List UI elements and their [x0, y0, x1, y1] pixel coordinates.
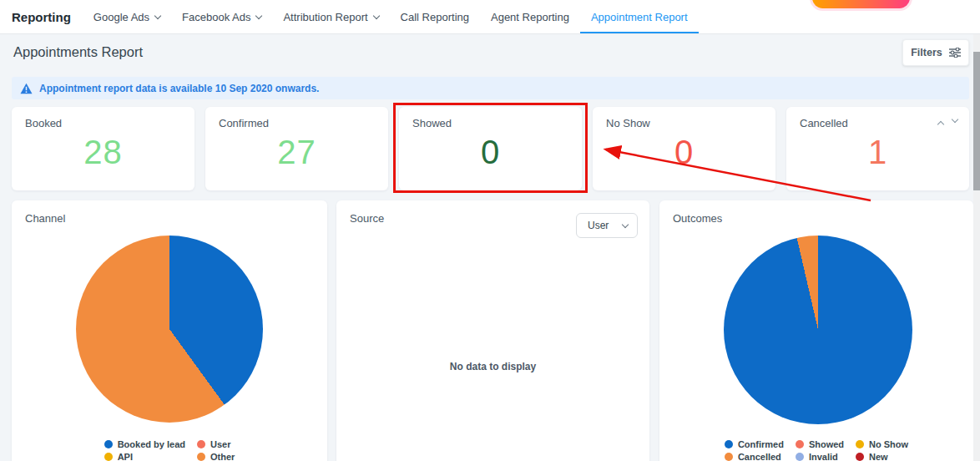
legend-label: No Show [869, 439, 908, 449]
info-banner-text: Appointment report data is available 10 … [39, 83, 319, 94]
outcomes-pie-chart[interactable] [724, 236, 912, 424]
nav-item-google-ads[interactable]: Google Ads [83, 0, 171, 33]
legend-label: Confirmed [738, 439, 784, 449]
legend-item-no-show[interactable]: No Show [856, 439, 908, 449]
chevron-up-icon[interactable] [937, 121, 944, 128]
chart-legend: Booked by leadAPIUserOther [12, 439, 327, 461]
stat-label: No Show [593, 107, 775, 129]
legend-item-new[interactable]: New [856, 452, 908, 461]
gradient-action-button[interactable] [812, 0, 910, 8]
appointment-report-page: Reporting Google Ads Facebook Ads Attrib… [0, 0, 980, 461]
legend-dot [856, 453, 864, 461]
nav-item-call-reporting[interactable]: Call Reporting [390, 0, 480, 33]
legend-label: New [869, 452, 888, 461]
legend-dot [725, 440, 733, 448]
legend-label: User [210, 439, 230, 449]
legend-label: Showed [809, 439, 844, 449]
stat-card-confirmed[interactable]: Confirmed 27 [205, 107, 388, 190]
legend-item-invalid[interactable]: Invalid [796, 452, 844, 461]
nav-item-facebook-ads[interactable]: Facebook Ads [171, 0, 272, 33]
legend-dot [725, 453, 733, 461]
app-brand: Reporting [12, 10, 71, 24]
stat-card-booked[interactable]: Booked 28 [12, 107, 194, 190]
stat-value: 0 [593, 134, 775, 171]
legend-item-confirmed[interactable]: Confirmed [725, 439, 784, 449]
nav-item-label: Appointment Report [591, 11, 688, 23]
nav-item-label: Facebook Ads [182, 11, 250, 23]
nav-items: Google Ads Facebook Ads Attribution Repo… [83, 0, 699, 33]
chevron-down-icon [372, 12, 379, 18]
stat-card-no-show[interactable]: No Show 0 [593, 107, 775, 190]
chart-title: Channel [12, 200, 327, 225]
legend-item-showed[interactable]: Showed [796, 439, 844, 449]
legend-label: Booked by lead [118, 439, 185, 449]
legend-label: Other [210, 452, 235, 461]
chevron-down-icon [154, 12, 161, 18]
outcomes-chart-card: Outcomes ConfirmedCancelledShowedInvalid… [659, 200, 973, 461]
channel-chart-card: Channel Booked by leadAPIUserOther [12, 200, 327, 461]
source-chart-card: Source User No data to display [336, 200, 649, 461]
stat-card-cancelled[interactable]: Cancelled 1 [786, 107, 969, 190]
channel-pie-chart[interactable] [76, 236, 263, 423]
stat-label: Showed [399, 107, 582, 129]
dropdown-value: User [588, 220, 609, 231]
stat-card-showed[interactable]: Showed 0 [399, 107, 582, 190]
legend-item-booked-by-lead[interactable]: Booked by lead [104, 439, 185, 449]
legend-dot [796, 453, 804, 461]
warning-icon [20, 83, 33, 94]
stat-value: 1 [786, 134, 969, 171]
chart-legend: ConfirmedCancelledShowedInvalidNo ShowNe… [659, 439, 973, 461]
page-title: Appointments Report [13, 44, 143, 60]
legend-dot [197, 453, 205, 461]
legend-label: API [118, 452, 133, 461]
legend-dot [796, 440, 804, 448]
nav-item-label: Agent Reporting [491, 11, 569, 23]
nav-item-attribution-report[interactable]: Attribution Report [272, 0, 389, 33]
legend-label: Cancelled [738, 452, 781, 461]
chart-title: Outcomes [659, 200, 973, 225]
legend-dot [104, 453, 113, 461]
stats-row: Booked 28 Confirmed 27 Showed 0 No Show … [12, 107, 969, 190]
stat-label: Booked [12, 107, 194, 129]
legend-dot [104, 440, 113, 448]
scrollbar-track[interactable] [973, 34, 980, 461]
chevron-down-icon [255, 12, 262, 18]
stat-value: 28 [12, 134, 194, 171]
source-user-dropdown[interactable]: User [576, 213, 638, 238]
legend-item-cancelled[interactable]: Cancelled [725, 452, 784, 461]
sliders-icon [949, 48, 961, 58]
legend-item-other[interactable]: Other [197, 452, 235, 461]
legend-label: Invalid [809, 452, 838, 461]
legend-item-user[interactable]: User [197, 439, 235, 449]
nav-item-agent-reporting[interactable]: Agent Reporting [480, 0, 580, 33]
scrollbar-thumb[interactable] [973, 52, 980, 190]
stat-label: Confirmed [205, 107, 388, 129]
chevron-down-icon [622, 220, 629, 227]
filters-button[interactable]: Filters [902, 39, 969, 66]
nav-item-label: Google Ads [93, 11, 149, 23]
legend-dot [856, 440, 864, 448]
legend-item-api[interactable]: API [104, 452, 185, 461]
no-data-message: No data to display [336, 361, 649, 372]
nav-item-label: Attribution Report [283, 11, 367, 23]
info-banner: Appointment report data is available 10 … [12, 77, 969, 99]
stat-value: 0 [399, 134, 582, 171]
nav-item-label: Call Reporting [401, 11, 469, 23]
nav-item-appointment-report[interactable]: Appointment Report [580, 0, 699, 33]
collapse-controls [938, 119, 957, 127]
legend-dot [197, 440, 205, 448]
stat-value: 27 [205, 134, 388, 171]
filters-button-label: Filters [911, 47, 942, 58]
